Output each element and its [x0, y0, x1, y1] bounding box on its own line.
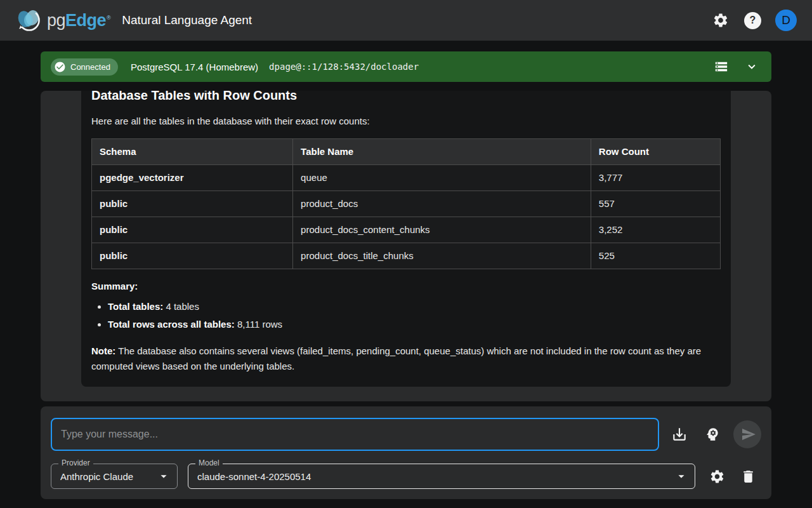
table-cell: 3,777	[591, 165, 720, 191]
check-circle-icon	[54, 61, 66, 73]
table-row: publicproduct_docs557	[92, 191, 721, 217]
summary-heading: Summary:	[91, 281, 721, 291]
column-header: Table Name	[293, 139, 591, 165]
settings-button[interactable]	[707, 7, 734, 34]
composer-settings-row: Provider Anthropic Claude Model claude-s…	[51, 464, 761, 489]
message-intro: Here are all the tables in the database …	[91, 114, 721, 128]
page-title: Natural Language Agent	[122, 13, 252, 27]
table-header: SchemaTable NameRow Count	[92, 139, 721, 165]
gear-icon	[709, 469, 725, 485]
caret-down-icon	[674, 469, 688, 483]
composer-input-row	[51, 418, 761, 451]
message-note: Note: The database also contains several…	[91, 344, 721, 374]
table-cell: 3,252	[591, 217, 720, 243]
app-bar: pgEdge® Natural Language Agent ? D	[0, 0, 812, 41]
gear-icon	[712, 12, 729, 29]
provider-select[interactable]: Provider Anthropic Claude	[51, 464, 178, 489]
column-header: Schema	[92, 139, 293, 165]
provider-select-label: Provider	[58, 458, 93, 468]
trash-icon	[740, 469, 756, 485]
send-icon	[741, 427, 756, 442]
clear-chat-button[interactable]	[737, 465, 760, 488]
table-cell: pgedge_vectorizer	[92, 165, 293, 191]
help-icon: ?	[744, 12, 761, 29]
summary-item: Total tables: 4 tables	[108, 298, 721, 316]
connection-expand-button[interactable]	[741, 56, 763, 77]
chat-scroll-area[interactable]: Database Tables with Row Counts Here are…	[41, 91, 771, 401]
table-cell: public	[92, 191, 293, 217]
provider-select-value: Anthropic Claude	[60, 471, 150, 482]
pgedge-wordmark: pgEdge®	[47, 11, 110, 30]
note-text: The database also contains several views…	[91, 345, 701, 371]
caret-down-icon	[157, 469, 171, 483]
pgedge-logo-icon	[15, 8, 43, 32]
send-button[interactable]	[733, 420, 761, 448]
table-row: pgedge_vectorizerqueue3,777	[92, 165, 721, 191]
table-cell: product_docs_content_chunks	[293, 217, 591, 243]
summary-item: Total rows across all tables: 8,111 rows	[108, 316, 721, 333]
table-cell: public	[92, 217, 293, 243]
table-cell: 557	[591, 191, 720, 217]
model-select-label: Model	[195, 458, 223, 468]
row-count-table: SchemaTable NameRow Count pgedge_vectori…	[91, 138, 721, 269]
table-cell: product_docs	[293, 191, 591, 217]
composer-panel: Provider Anthropic Claude Model claude-s…	[41, 406, 771, 499]
table-row: publicproduct_docs_title_chunks525	[92, 243, 721, 269]
table-cell: 525	[591, 243, 720, 269]
download-icon	[671, 426, 688, 443]
model-select[interactable]: Model claude-sonnet-4-20250514	[188, 464, 695, 489]
database-list-button[interactable]	[710, 56, 732, 77]
model-select-value: claude-sonnet-4-20250514	[197, 471, 668, 482]
help-button[interactable]: ?	[739, 7, 766, 34]
message-input[interactable]	[51, 418, 659, 451]
server-version-label: PostgreSQL 17.4 (Homebrew)	[131, 62, 258, 72]
pgedge-logo[interactable]: pgEdge®	[15, 8, 110, 32]
model-settings-button[interactable]	[705, 465, 729, 488]
connection-status-label: Connected	[70, 62, 110, 72]
note-label: Note:	[91, 345, 115, 356]
table-cell: public	[92, 243, 293, 269]
assistant-message: Database Tables with Row Counts Here are…	[81, 91, 731, 387]
connection-string: dpage@::1/128:5432/docloader	[269, 62, 419, 72]
column-header: Row Count	[591, 139, 720, 165]
chevron-down-icon	[745, 60, 759, 74]
table-row: publicproduct_docs_content_chunks3,252	[92, 217, 721, 243]
table-cell: queue	[293, 165, 591, 191]
avatar[interactable]: D	[775, 10, 797, 31]
table-cell: product_docs_title_chunks	[293, 243, 591, 269]
summary-list: Total tables: 4 tablesTotal rows across …	[108, 298, 721, 333]
main-content: Connected PostgreSQL 17.4 (Homebrew) dpa…	[0, 51, 812, 499]
download-chat-button[interactable]	[667, 422, 691, 446]
connection-status-badge: Connected	[51, 58, 118, 76]
message-heading: Database Tables with Row Counts	[91, 91, 721, 104]
connection-bar: Connected PostgreSQL 17.4 (Homebrew) dpa…	[41, 51, 771, 82]
psychology-icon	[704, 426, 721, 443]
storage-icon	[714, 60, 728, 74]
thinking-mode-button[interactable]	[700, 422, 724, 446]
